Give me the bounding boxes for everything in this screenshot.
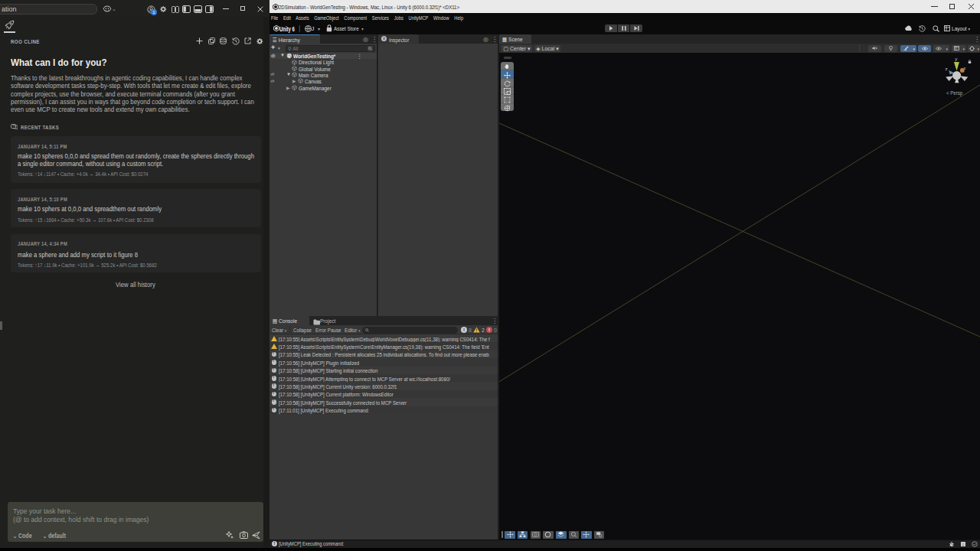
svg-text:z: z <box>946 66 948 71</box>
svg-text:y: y <box>955 56 958 61</box>
